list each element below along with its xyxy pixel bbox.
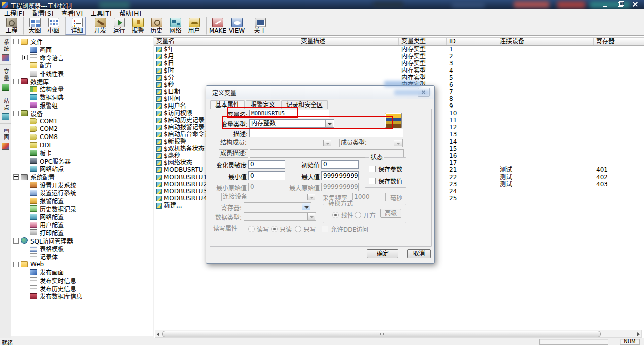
- horizontal-scrollbar[interactable]: [155, 330, 642, 338]
- initial-value-field[interactable]: 0: [321, 160, 359, 169]
- tree-item[interactable]: 配方: [11, 61, 153, 70]
- column-header[interactable]: 变量描述: [298, 38, 399, 45]
- radio-icon[interactable]: [271, 226, 278, 232]
- chevron-down-icon[interactable]: [302, 203, 310, 210]
- menu-item[interactable]: 工程[F]: [0, 9, 28, 17]
- tree-item[interactable]: 表格模板: [11, 245, 153, 253]
- toolbar-button[interactable]: 工程: [3, 17, 20, 35]
- radio-icon[interactable]: [248, 226, 255, 232]
- max-value-field[interactable]: 999999999: [321, 171, 359, 180]
- tree-expander-icon[interactable]: [13, 238, 19, 244]
- tree-item[interactable]: COM8: [11, 133, 153, 141]
- tree-item[interactable]: 系统配置: [11, 173, 153, 181]
- tree-item[interactable]: 报警配置: [11, 197, 153, 205]
- variable-row[interactable]: $日 内存实型 3: [154, 60, 644, 67]
- scrollbar-thumb[interactable]: [162, 331, 601, 337]
- tree-item[interactable]: 发布画面: [11, 268, 153, 277]
- tree-item[interactable]: 发布历史信息: [11, 284, 153, 292]
- tree-item[interactable]: 命令语言: [11, 53, 153, 61]
- tree-item[interactable]: 数据库: [11, 77, 153, 85]
- tree-item[interactable]: COM1: [11, 117, 153, 125]
- toolbar-button[interactable]: MAKE: [206, 17, 227, 35]
- variable-row[interactable]: $年 内存实型 1: [154, 46, 644, 53]
- tree-item[interactable]: 画面: [11, 46, 153, 54]
- tree-item[interactable]: 发布实时信息: [11, 277, 153, 285]
- tree-item[interactable]: OPC服务器: [11, 157, 153, 165]
- toolbar-button[interactable]: 大图: [23, 17, 44, 35]
- left-tab[interactable]: 画面: [0, 124, 11, 153]
- tree-expander-icon[interactable]: [13, 111, 19, 116]
- toolbar-button[interactable]: 用户: [185, 17, 203, 35]
- checkbox-icon[interactable]: [369, 166, 376, 172]
- sensitivity-field[interactable]: 0: [248, 160, 285, 169]
- tree-item[interactable]: Web: [11, 260, 153, 268]
- toolbar-button[interactable]: 历史: [148, 17, 165, 35]
- scroll-right-icon[interactable]: [635, 331, 641, 337]
- left-tab[interactable]: 站点: [0, 94, 11, 124]
- menu-item[interactable]: 帮助[H]: [116, 9, 145, 17]
- toolbar-button[interactable]: 小图: [45, 17, 62, 35]
- tree-item[interactable]: 用户配置: [11, 221, 153, 229]
- column-header[interactable]: 连接设备: [497, 38, 594, 45]
- tree-expander-icon[interactable]: [13, 79, 19, 84]
- tree-item[interactable]: 网络配置: [11, 213, 153, 221]
- menu-item[interactable]: 查看[V]: [57, 9, 87, 17]
- tree-item[interactable]: 结构变量: [11, 85, 153, 93]
- tree-item[interactable]: 设置开发系统: [11, 181, 153, 189]
- left-tab[interactable]: 系统: [0, 36, 11, 65]
- tree-expander-icon[interactable]: [13, 39, 19, 44]
- checkbox-icon[interactable]: [369, 178, 376, 184]
- ok-button[interactable]: 确定: [367, 249, 398, 258]
- rw-readwrite-radio[interactable]: 读写: [248, 225, 269, 233]
- rw-readonly-radio[interactable]: 只读: [271, 225, 292, 233]
- radio-icon[interactable]: [332, 212, 339, 218]
- tree-item[interactable]: 网络站点: [11, 165, 153, 173]
- allow-dde-checkbox[interactable]: 允许DDE访问: [322, 225, 368, 233]
- radio-icon[interactable]: [295, 226, 301, 232]
- tree-item[interactable]: 数据词典: [11, 93, 153, 101]
- linear-radio[interactable]: 线性: [332, 211, 353, 219]
- toolbar-button[interactable]: 报警: [129, 17, 147, 35]
- description-field[interactable]: [249, 129, 403, 137]
- column-header[interactable]: 变量名: [154, 38, 298, 45]
- restore-icon[interactable]: [613, 0, 628, 9]
- column-header[interactable]: 寄存器: [594, 38, 638, 45]
- left-tab[interactable]: 变量: [0, 65, 11, 94]
- rw-writeonly-radio[interactable]: 只写: [295, 225, 316, 233]
- tree-item[interactable]: 设备: [11, 109, 153, 117]
- variable-row[interactable]: $时 内存实型 4: [154, 67, 644, 74]
- checkbox-icon[interactable]: [322, 226, 328, 232]
- tree-item[interactable]: 设置运行系统: [11, 189, 153, 197]
- tree-item[interactable]: 非线性表: [11, 70, 153, 78]
- toolbar-button[interactable]: 运行: [110, 17, 128, 35]
- cancel-button[interactable]: 取消: [407, 249, 431, 258]
- column-header[interactable]: 变量类型: [399, 38, 447, 45]
- sqrt-radio[interactable]: 开方: [355, 211, 376, 219]
- minimize-icon[interactable]: [597, 0, 613, 9]
- scroll-left-icon[interactable]: [155, 331, 161, 337]
- tree-item[interactable]: 文件: [11, 38, 153, 46]
- tree-expander-icon[interactable]: [22, 55, 28, 60]
- tree-item[interactable]: 板卡: [11, 149, 153, 157]
- toolbar-button[interactable]: VIEW: [228, 17, 246, 35]
- variable-row[interactable]: $月 内存实型 2: [154, 53, 644, 60]
- menu-item[interactable]: 配置[S]: [28, 9, 57, 17]
- toolbar-button[interactable]: 详细: [65, 17, 86, 35]
- toolbar-button[interactable]: 网络: [166, 17, 184, 35]
- save-value-checkbox[interactable]: 保存数值: [369, 177, 402, 185]
- tree-item[interactable]: DDE: [11, 141, 153, 149]
- tree-item[interactable]: 记录体: [11, 253, 153, 261]
- column-header[interactable]: ID: [447, 38, 497, 45]
- menu-item[interactable]: 工具[T]: [87, 9, 116, 17]
- save-params-checkbox[interactable]: 保存参数: [369, 165, 402, 174]
- tree-expander-icon[interactable]: [13, 174, 19, 180]
- tree-item[interactable]: 报警组: [11, 101, 153, 110]
- tree-item[interactable]: 历史数据记录: [11, 204, 153, 213]
- toolbar-button[interactable]: 开发: [89, 17, 109, 35]
- tree-item[interactable]: SQL访问管理器: [11, 236, 153, 245]
- toolbar-button[interactable]: 关于: [249, 17, 269, 35]
- radio-icon[interactable]: [355, 212, 361, 218]
- variable-row[interactable]: $分 内存实型 5: [154, 74, 644, 81]
- tree-item[interactable]: COM2: [11, 125, 153, 133]
- tree-item[interactable]: 发布数据库信息: [11, 292, 153, 300]
